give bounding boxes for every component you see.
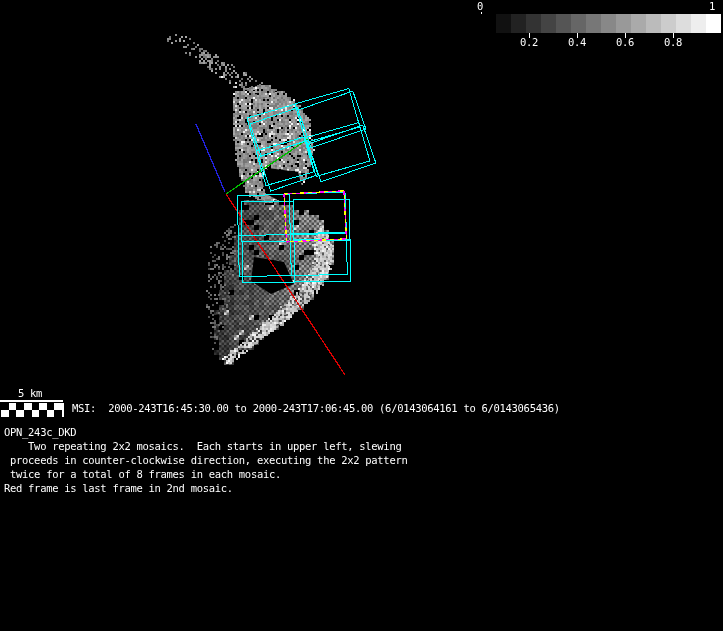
- colorbar-segment: [631, 14, 646, 33]
- scale-bar-checker-cell: [47, 410, 55, 417]
- colorbar-segment: [601, 14, 616, 33]
- colorbar-max-label: 1: [709, 0, 715, 13]
- colorbar-tick-label: 0.2: [514, 36, 544, 48]
- observation-id: OPN_243c_DKD: [4, 425, 407, 439]
- scale-bar-checker-cell: [54, 410, 62, 417]
- mosaic-frame-outline: [256, 137, 314, 185]
- scale-bar-checker-cell: [47, 403, 55, 410]
- scale-bar-checker-cell: [39, 410, 47, 417]
- colorbar-segment: [616, 14, 631, 33]
- observation-description-line: twice for a total of 8 frames in each mo…: [4, 467, 407, 481]
- scale-bar-checker-cell: [9, 410, 17, 417]
- scale-bar-checker-cell: [16, 410, 24, 417]
- colorbar-segment: [481, 14, 496, 33]
- msi-sequence-planning-screen: { "colorbar": { "min_label": "0", "max_l…: [0, 0, 723, 631]
- scale-bar-checker-cell: [1, 410, 9, 417]
- scale-bar-checker-cell: [24, 410, 32, 417]
- colorbar-tick-label: 0.6: [610, 36, 640, 48]
- scale-bar-checker-cell: [1, 403, 9, 410]
- scale-bar-checker-cell: [32, 410, 40, 417]
- vector-line-blue: [196, 124, 225, 192]
- colorbar-segment: [646, 14, 661, 33]
- scale-bar-checker-cell: [9, 403, 17, 410]
- scale-bar-checker-cell: [32, 403, 40, 410]
- colorbar-segment: [511, 14, 526, 33]
- colorbar-segment: [706, 14, 721, 33]
- mosaic-frame-outline: [237, 194, 290, 236]
- status-line: MSI: 2000-243T16:45:30.00 to 2000-243T17…: [72, 402, 560, 415]
- mosaic-frame-outline: [308, 125, 376, 182]
- colorbar-segment: [526, 14, 541, 33]
- scale-bar-underline: [0, 400, 63, 402]
- scale-bar-checker-cell: [39, 403, 47, 410]
- colorbar-tick-label: 0.4: [562, 36, 592, 48]
- colorbar-segment: [586, 14, 601, 33]
- mosaic-frame-outline: [298, 91, 366, 148]
- scale-bar-label: 5 km: [18, 387, 42, 400]
- observation-description-line: Two repeating 2x2 mosaics. Each starts i…: [4, 439, 407, 453]
- colorbar-segment: [691, 14, 706, 33]
- scale-bar-checker-cell: [54, 403, 62, 410]
- mosaic-overlay: [0, 0, 723, 631]
- observation-description-line: Red frame is last frame in 2nd mosaic.: [4, 481, 407, 495]
- scale-bar-checker-cell: [24, 403, 32, 410]
- scale-bar-checker-cell: [16, 403, 24, 410]
- colorbar-segment: [496, 14, 511, 33]
- colorbar-gradient: [481, 14, 721, 33]
- colorbar-segment: [556, 14, 571, 33]
- colorbar-tick-label: 0.8: [658, 36, 688, 48]
- colorbar-segment: [571, 14, 586, 33]
- scale-bar-checker: [1, 403, 64, 417]
- colorbar-segment: [541, 14, 556, 33]
- observation-description-line: proceeds in counter-clockwise direction,…: [4, 453, 407, 467]
- colorbar-segment: [676, 14, 691, 33]
- observation-info: OPN_243c_DKD Two repeating 2x2 mosaics. …: [4, 425, 407, 495]
- mosaic-frame-outline: [289, 192, 346, 235]
- colorbar-segment: [661, 14, 676, 33]
